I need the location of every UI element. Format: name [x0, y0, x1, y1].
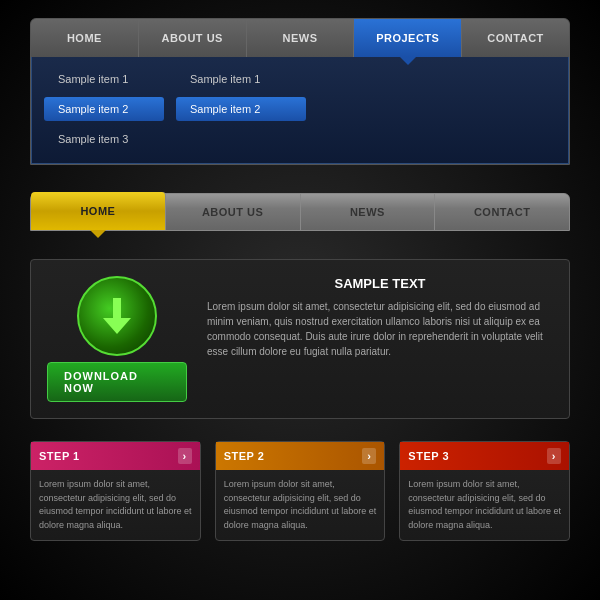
- step2-label: STEP 2: [224, 450, 265, 462]
- nav1-item-contact[interactable]: CONTACT: [462, 19, 569, 57]
- nav1-item-news[interactable]: NEWS: [247, 19, 355, 57]
- nav1-label-contact: CONTACT: [487, 32, 543, 44]
- dd-item-c2-2[interactable]: Sample item 2: [176, 97, 306, 121]
- step3-header[interactable]: STEP 3 ›: [400, 442, 569, 470]
- step2-chevron: ›: [362, 448, 376, 464]
- download-arrow: [103, 298, 131, 334]
- dd-item-2[interactable]: Sample item 2: [44, 97, 164, 121]
- nav1-label-news: NEWS: [282, 32, 317, 44]
- nav2-wrapper: HOME ABOUT US NEWS CONTACT: [30, 193, 570, 231]
- nav1-dropdown: Sample item 1 Sample item 2 Sample item …: [31, 57, 569, 164]
- nav2-item-news[interactable]: NEWS: [301, 194, 436, 230]
- step3-chevron: ›: [547, 448, 561, 464]
- arrow-shaft: [113, 298, 121, 318]
- step3-card: STEP 3 › Lorem ipsum dolor sit amet, con…: [399, 441, 570, 541]
- step2-header[interactable]: STEP 2 ›: [216, 442, 385, 470]
- nav2-item-about[interactable]: ABOUT US: [166, 194, 301, 230]
- nav2: HOME ABOUT US NEWS CONTACT: [31, 194, 569, 230]
- download-body: Lorem ipsum dolor sit amet, consectetur …: [207, 299, 553, 359]
- step1-header[interactable]: STEP 1 ›: [31, 442, 200, 470]
- nav1-label-projects: PROJECTS: [376, 32, 439, 44]
- step1-label: STEP 1: [39, 450, 80, 462]
- step2-body: Lorem ipsum dolor sit amet, consectetur …: [216, 470, 385, 540]
- nav1-label-about: ABOUT US: [161, 32, 222, 44]
- nav2-label-home: HOME: [80, 205, 115, 217]
- download-right: SAMPLE TEXT Lorem ipsum dolor sit amet, …: [207, 276, 553, 359]
- nav1-wrapper: HOME ABOUT US NEWS PROJECTS CONTACT Samp…: [30, 18, 570, 165]
- nav1-item-about[interactable]: ABOUT US: [139, 19, 247, 57]
- step3-body: Lorem ipsum dolor sit amet, consectetur …: [400, 470, 569, 540]
- download-left: DOWNLOAD NOW: [47, 276, 187, 402]
- steps-row: STEP 1 › Lorem ipsum dolor sit amet, con…: [30, 441, 570, 541]
- dropdown-col1: Sample item 1 Sample item 2 Sample item …: [44, 67, 164, 151]
- download-title: SAMPLE TEXT: [207, 276, 553, 291]
- step2-card: STEP 2 › Lorem ipsum dolor sit amet, con…: [215, 441, 386, 541]
- nav2-label-about: ABOUT US: [202, 206, 263, 218]
- download-button[interactable]: DOWNLOAD NOW: [47, 362, 187, 402]
- nav2-item-home[interactable]: HOME: [31, 192, 166, 230]
- dd-item-c2-1[interactable]: Sample item 1: [176, 67, 306, 91]
- step1-card: STEP 1 › Lorem ipsum dolor sit amet, con…: [30, 441, 201, 541]
- step3-label: STEP 3: [408, 450, 449, 462]
- nav1-item-projects[interactable]: PROJECTS: [354, 19, 462, 57]
- nav2-label-news: NEWS: [350, 206, 385, 218]
- download-panel: DOWNLOAD NOW SAMPLE TEXT Lorem ipsum dol…: [30, 259, 570, 419]
- nav1: HOME ABOUT US NEWS PROJECTS CONTACT: [31, 19, 569, 57]
- dd-item-3[interactable]: Sample item 3: [44, 127, 164, 151]
- download-btn-label: DOWNLOAD NOW: [64, 370, 170, 394]
- arrow-head: [103, 318, 131, 334]
- nav1-label-home: HOME: [67, 32, 102, 44]
- step1-chevron: ›: [178, 448, 192, 464]
- download-circle: [77, 276, 157, 356]
- nav2-item-contact[interactable]: CONTACT: [435, 194, 569, 230]
- nav1-item-home[interactable]: HOME: [31, 19, 139, 57]
- nav2-label-contact: CONTACT: [474, 206, 530, 218]
- step1-body: Lorem ipsum dolor sit amet, consectetur …: [31, 470, 200, 540]
- dropdown-col2: Sample item 1 Sample item 2: [176, 67, 306, 151]
- dd-item-1[interactable]: Sample item 1: [44, 67, 164, 91]
